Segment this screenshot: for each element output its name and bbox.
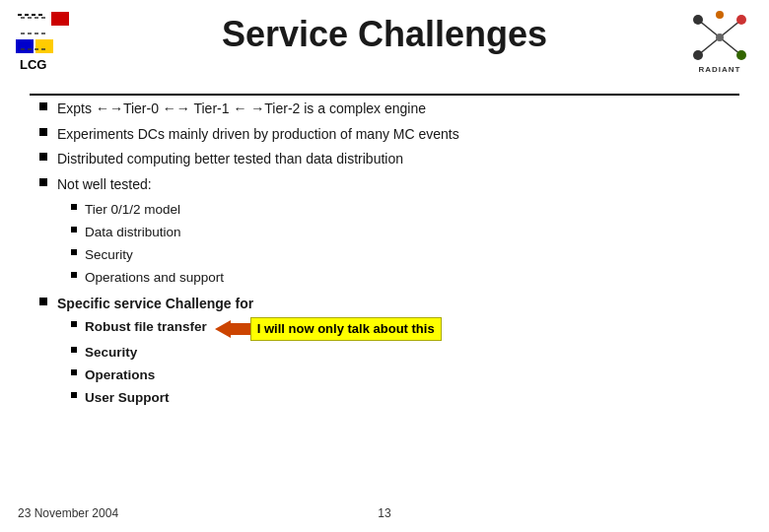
sub-bullet-icon (71, 227, 77, 233)
list-item: Security (71, 343, 739, 364)
sub-bullet-icon (71, 249, 77, 255)
list-item: Distributed computing better tested than… (39, 149, 739, 170)
list-item: Operations and support (71, 268, 739, 289)
list-item: Tier 0/1/2 model (71, 200, 739, 221)
sub-bullet-text: Security (85, 343, 137, 364)
bullet-text: Not well tested: (57, 174, 152, 196)
footer-page: 13 (378, 506, 390, 520)
sub-bullet-icon (71, 347, 77, 353)
main-bullet-list: Expts ←→Tier-0 ←→ Tier-1 ← →Tier-2 is a … (39, 99, 739, 196)
list-item: Security (71, 245, 739, 266)
list-item: Robust file transfer I will now only tal… (71, 317, 739, 341)
list-item: Operations (71, 366, 739, 386)
highlight-text: I will now only talk about this (250, 317, 442, 341)
sub-bullet-icon (71, 392, 77, 398)
robust-transfer-text: Robust file transfer (85, 317, 207, 338)
main-content: Expts ←→Tier-0 ←→ Tier-1 ← →Tier-2 is a … (39, 99, 739, 415)
list-item: Data distribution (71, 223, 739, 243)
sub-bullet-text: Operations (85, 366, 155, 386)
specific-section: Specific service Challenge for Robust fi… (39, 294, 739, 409)
sub-bullet-icon (71, 369, 77, 375)
radiant-text-label: RADIANT (699, 65, 741, 74)
highlight-arrow-container: I will now only talk about this (215, 317, 442, 341)
list-item: User Support (71, 388, 739, 409)
bullet-text: Experiments DCs mainly driven by product… (57, 124, 459, 146)
title-divider (30, 94, 739, 96)
page-title: Service Challenges (0, 14, 769, 55)
sub-bullet-icon (71, 204, 77, 210)
specific-sub-list: Robust file transfer I will now only tal… (39, 317, 739, 409)
bullet-text: Distributed computing better tested than… (57, 149, 403, 170)
svg-marker-16 (215, 320, 250, 338)
bullet-icon (39, 153, 47, 161)
left-arrow-icon (215, 319, 250, 339)
specific-header: Specific service Challenge for (39, 294, 739, 315)
sub-bullet-text: Data distribution (85, 223, 181, 243)
svg-text:LCG: LCG (20, 57, 46, 72)
specific-header-text: Specific service Challenge for (57, 294, 253, 315)
bullet-text: Expts ←→Tier-0 ←→ Tier-1 ← →Tier-2 is a … (57, 99, 426, 120)
sub-bullet-icon (71, 321, 77, 327)
bullet-icon (39, 102, 47, 110)
sub-bullet-text: Security (85, 245, 133, 266)
sub-bullet-text: Tier 0/1/2 model (85, 200, 180, 221)
list-item: Not well tested: (39, 174, 739, 196)
list-item: Experiments DCs mainly driven by product… (39, 124, 739, 146)
bullet-icon (39, 178, 47, 186)
bullet-icon (39, 298, 47, 305)
list-item: Expts ←→Tier-0 ←→ Tier-1 ← →Tier-2 is a … (39, 99, 739, 120)
bullet-icon (39, 128, 47, 136)
sub-bullet-icon (71, 272, 77, 278)
sub-bullet-list: Tier 0/1/2 model Data distribution Secur… (39, 200, 739, 289)
sub-bullet-text: User Support (85, 388, 170, 409)
sub-bullet-text: Operations and support (85, 268, 224, 289)
footer-date: 23 November 2004 (18, 506, 118, 520)
